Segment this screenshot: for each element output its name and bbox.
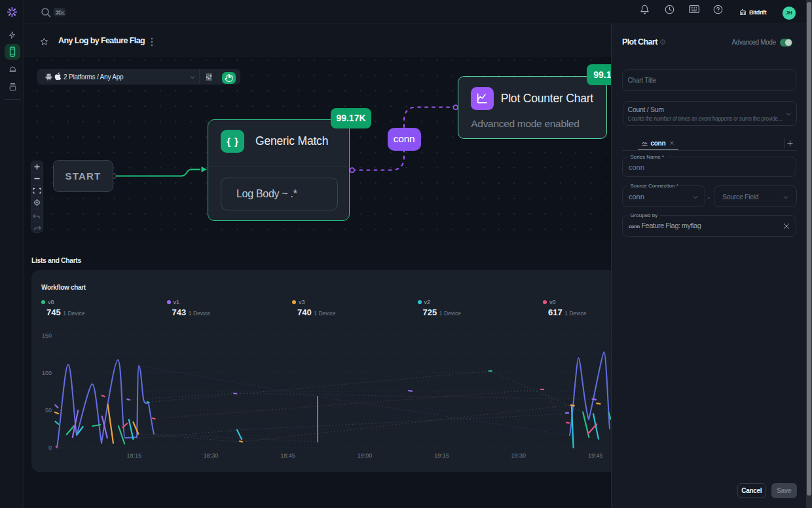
svg-text:19:45: 19:45 [588,452,603,459]
svg-text:100: 100 [42,370,52,376]
svg-text:18:15: 18:15 [126,452,141,459]
svg-text:19:30: 19:30 [511,452,526,459]
svg-text:0: 0 [48,444,52,451]
svg-text:150: 150 [42,332,52,339]
svg-text:18:30: 18:30 [204,452,219,459]
svg-text:50: 50 [45,407,52,414]
svg-text:18:45: 18:45 [280,452,295,459]
svg-text:19:00: 19:00 [358,452,373,459]
svg-text:19:15: 19:15 [434,452,449,459]
